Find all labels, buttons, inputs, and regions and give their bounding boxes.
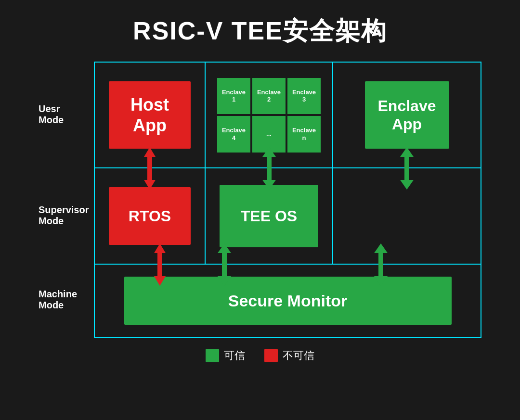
green-arrow-4 bbox=[370, 243, 391, 288]
svg-marker-10 bbox=[154, 243, 166, 253]
row-labels: Uesr Mode Supervisor Mode Machine Mode bbox=[39, 62, 94, 338]
svg-rect-17 bbox=[378, 253, 383, 276]
red-arrow-2 bbox=[150, 243, 169, 288]
supervisor-mode-label: Supervisor Mode bbox=[39, 167, 94, 264]
svg-rect-2 bbox=[147, 157, 152, 180]
legend: 可信 不可信 bbox=[206, 348, 314, 363]
svg-marker-0 bbox=[144, 180, 156, 190]
green-arrow-1 bbox=[259, 147, 280, 191]
svg-marker-9 bbox=[154, 276, 166, 286]
legend-trusted: 可信 bbox=[206, 348, 245, 363]
page-title: RSIC-V TEE安全架构 bbox=[133, 14, 387, 48]
architecture-grid: Host App Enclave 1 Enclave 2 Enclave 3 E… bbox=[94, 62, 481, 338]
svg-rect-14 bbox=[222, 253, 227, 276]
untrusted-color-square bbox=[264, 349, 278, 362]
host-app-block: Host App bbox=[109, 81, 191, 149]
svg-marker-1 bbox=[144, 147, 156, 157]
tee-os-block: TEE OS bbox=[220, 185, 318, 247]
svg-rect-11 bbox=[157, 253, 162, 276]
svg-marker-12 bbox=[218, 276, 231, 286]
machine-mode-row: Secure Monitor bbox=[95, 265, 481, 337]
diagram: Uesr Mode Supervisor Mode Machine Mode H… bbox=[39, 62, 481, 338]
untrusted-label: 不可信 bbox=[283, 348, 314, 363]
svg-marker-3 bbox=[262, 180, 276, 190]
machine-mode-label: Machine Mode bbox=[39, 264, 94, 336]
secure-monitor-cell: Secure Monitor bbox=[95, 265, 481, 337]
right-supervisor-cell bbox=[333, 168, 481, 264]
legend-untrusted: 不可信 bbox=[264, 348, 314, 363]
svg-rect-5 bbox=[267, 157, 272, 180]
green-arrow-3 bbox=[214, 243, 235, 288]
green-arrow-2 bbox=[396, 147, 417, 191]
red-arrow-1 bbox=[140, 147, 159, 191]
svg-marker-16 bbox=[374, 243, 388, 253]
svg-marker-7 bbox=[400, 147, 414, 157]
enclave-1: Enclave 1 bbox=[217, 78, 250, 115]
trusted-label: 可信 bbox=[224, 348, 245, 363]
enclave-grid: Enclave 1 Enclave 2 Enclave 3 Enclave 4 … bbox=[217, 78, 321, 153]
svg-marker-4 bbox=[262, 147, 276, 157]
svg-marker-13 bbox=[218, 243, 231, 253]
enclave-3: Enclave 3 bbox=[287, 78, 321, 115]
rtos-block: RTOS bbox=[109, 187, 191, 245]
enclave-4: Enclave 4 bbox=[217, 116, 250, 153]
trusted-color-square bbox=[206, 349, 219, 362]
svg-rect-8 bbox=[404, 157, 409, 180]
enclave-2: Enclave 2 bbox=[252, 78, 286, 115]
enclave-app-block: Enclave App bbox=[365, 81, 449, 149]
svg-marker-15 bbox=[374, 276, 388, 286]
svg-marker-6 bbox=[400, 180, 414, 190]
secure-monitor-block: Secure Monitor bbox=[124, 277, 452, 325]
enclave-n: Enclave n bbox=[287, 116, 321, 153]
user-mode-label: Uesr Mode bbox=[39, 62, 94, 167]
